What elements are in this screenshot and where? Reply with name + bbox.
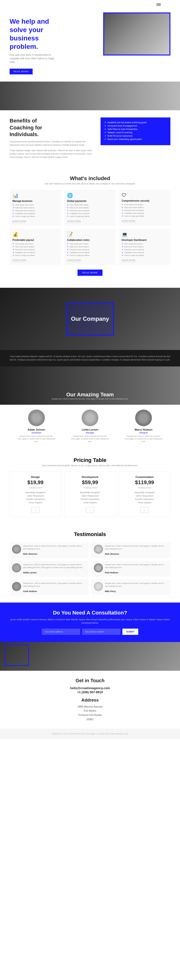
nav-row: [0, 0, 180, 8]
card-1-item-5: Sunt in culpa qui officia: [13, 215, 58, 218]
plan-2-feat-2: 100% Responsive: [68, 495, 112, 497]
bottom-strip: Sample text. Click to select the text bo…: [0, 729, 180, 739]
benefits-heading: Benefits of Coaching for Individuals.: [10, 118, 93, 138]
consultation-email-input[interactable]: [42, 628, 80, 635]
plan-2-feat-1: Beautifully Designed: [68, 491, 112, 494]
card-3-item-2: Add more short dollors: [122, 207, 167, 208]
card-1-item-2: Add more short dollors: [13, 207, 58, 209]
testimonial-content-2: Sample text. Click to select the text bo…: [105, 545, 168, 556]
testimonial-avatar-5: [12, 582, 21, 591]
card-1-item-1: Give away nice dolors: [13, 204, 58, 206]
pricing-subtitle: Sed commodo posuere pede. Mauris ut est.…: [10, 464, 170, 467]
plan-3-feat-2: 100% Responsive: [123, 495, 166, 497]
address-line3: Province full Florida: [10, 713, 170, 718]
benefits-para1: Sed posuere proin gravida hendrerit lect…: [10, 140, 93, 147]
benefit-item-1: Establish and set toward achieving goals: [104, 121, 167, 124]
company-body-text: Ante mattis pharetra aliquam magna sed f…: [10, 355, 170, 362]
hero-title: We help and solve your business problem.: [10, 17, 170, 51]
team-heading: Our Amazing Team: [51, 391, 129, 398]
avatar-2: [82, 409, 98, 426]
card-4-learn-more[interactable]: LEARN MORE: [13, 259, 26, 262]
card-2-learn-more[interactable]: LEARN MORE: [67, 220, 81, 223]
testimonial-4-text: Sample text. Click to select the text bo…: [105, 563, 168, 569]
team-member-2: Linda Larson Manager Sample text. Click …: [71, 409, 109, 443]
team-member-3: Marry Hudson Designer Sample text. Click…: [124, 409, 163, 443]
hero-cta-button[interactable]: READ MORE: [10, 68, 33, 75]
benefit-item-5: Build Personal Awareness: [104, 135, 167, 137]
plan-3-heading-here: Heading Here: [123, 487, 166, 489]
hamburger-icon[interactable]: [156, 2, 161, 6]
testimonial-avatar-2: [94, 545, 103, 554]
plan-2-name: Development: [68, 476, 112, 479]
consultation-body: Quam mollis porttitor massa et tempus al…: [10, 618, 170, 625]
plan-3-feat-3: Smooth Interactions: [123, 498, 166, 500]
card-2-title: Global payments: [67, 200, 113, 202]
testimonials-heading: Testimonials: [10, 531, 170, 538]
card-1-title: Manage business: [13, 200, 58, 202]
contact-phone: +1 (206) 567-8910: [10, 690, 170, 694]
bar-chart-icon: 📊: [13, 192, 58, 198]
card-5-learn-more[interactable]: LEARN MORE: [67, 259, 81, 262]
card-1-item-3: Deserunt sint occaecat: [13, 210, 58, 212]
plan-3-cta[interactable]: →: [140, 507, 149, 513]
contact-address: Address 2865 Monroe Avenue Fort Myers Pr…: [10, 698, 170, 721]
consultation-submit-button[interactable]: SUBMIT: [122, 628, 138, 635]
member-2-description: Sample text. Click to select the text bo…: [71, 435, 109, 443]
testimonial-6-text: Sample text. Click to select the text bo…: [105, 582, 168, 588]
consultation-phone-input[interactable]: [82, 628, 121, 635]
card-3-learn-more[interactable]: LEARN MORE: [122, 220, 136, 223]
plan-1-feat-2: 100% Responsive: [14, 495, 57, 497]
hero-photo-strip: [0, 81, 180, 110]
plan-3-feat-4: Great Support: [123, 501, 166, 504]
plan-3-name: Customization: [123, 476, 166, 479]
benefit-item-2: Increased level of engagement: [104, 125, 167, 127]
testimonial-avatar-3: [12, 563, 21, 573]
read-more-center: READ MORE: [10, 270, 170, 276]
card-1-item-4: Capitatus sint occaecat: [13, 212, 58, 215]
pricing-card-development: Development $59,99 Heading Here Beautifu…: [64, 471, 116, 517]
plan-2-cta[interactable]: →: [86, 507, 94, 513]
testimonial-4-name: Paul Hudson: [105, 571, 118, 574]
plan-2-price: $59,99: [68, 479, 112, 485]
address-line1: 2865 Monroe Avenue: [10, 705, 170, 709]
member-1-description: Sample text. Click to select the text bo…: [17, 435, 56, 443]
card-4-item-3: Deserunt sint occaecat: [13, 248, 58, 251]
plan-1-feat-1: Beautifully Designed: [14, 491, 57, 494]
hero-section: We help and solve your business problem.…: [0, 8, 180, 79]
member-3-name: Marry Hudson: [124, 428, 163, 431]
card-6-item-2: Add more short dollors: [122, 246, 167, 248]
benefits-blue-box: Establish and set toward achieving goals…: [101, 118, 170, 145]
benefits-para2: Turpis egestas integer eget aliquet nibh…: [10, 149, 93, 159]
card-2-item-1: Give away nice dolors: [67, 204, 113, 206]
footer-image-section: [0, 642, 180, 671]
read-more-button[interactable]: READ MORE: [77, 270, 103, 276]
get-in-touch-heading: Get in Touch: [10, 678, 170, 683]
address-heading: Address: [10, 698, 170, 703]
testimonial-content-6: Sample text. Click to select the text bo…: [105, 582, 168, 593]
address-line4: 33901: [10, 718, 170, 722]
testimonial-6-name: Mike Perry: [105, 590, 116, 592]
card-1-learn-more[interactable]: LEARN MORE: [13, 220, 26, 223]
plan-1-feat-3: Smooth Interactions: [14, 498, 57, 500]
benefit-item-4: Steeper Level of Learning: [104, 131, 167, 134]
plan-2-feat-4: Great Support: [68, 501, 112, 504]
plan-1-cta[interactable]: →: [31, 507, 40, 513]
team-title-overlay: Our Amazing Team Sample text. Click to s…: [51, 391, 129, 400]
contact-email: hello@creativeagency.com: [10, 686, 170, 690]
hero-text: We help and solve your business problem.…: [10, 17, 170, 75]
card-4-item-5: Sunt in culpa qui officia: [13, 254, 58, 256]
globe-icon: 🌐: [67, 192, 113, 198]
testimonial-content-3: Sample text. Click to select the text bo…: [23, 563, 86, 574]
card-6-item-4: Capitatus sint occaecat: [122, 251, 167, 253]
card-6-item-3: Deserunt sint occaecat: [122, 248, 167, 251]
card-6-title: Developer Dashboard: [122, 239, 167, 241]
card-4-item-1: Give away nice items: [13, 243, 58, 245]
address-line2: Fort Myers: [10, 709, 170, 713]
whats-included-subtitle: Get 100+ features out of the box with ul…: [10, 183, 170, 185]
card-6-learn-more[interactable]: LEARN MORE: [122, 259, 136, 262]
company-body-section: Ante mattis pharetra aliquam magna sed f…: [0, 350, 180, 366]
member-3-role: Designer: [124, 431, 163, 434]
testimonial-2-text: Sample text. Click to select the text bo…: [105, 545, 168, 550]
plan-3-price: $119,99: [123, 479, 166, 485]
consultation-heading: Do You Need A Consultation?: [10, 610, 170, 616]
